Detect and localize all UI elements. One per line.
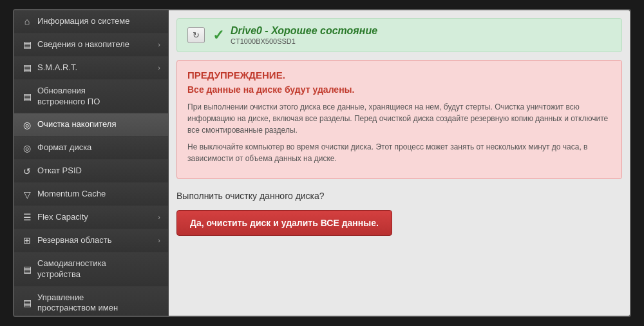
- sidebar-item-drive-info[interactable]: ▤Сведения о накопителе›: [14, 34, 168, 57]
- format-icon: ◎: [22, 143, 32, 153]
- sidebar-item-momentum[interactable]: ▽Momentum Cache: [14, 183, 168, 206]
- reserved-label: Резервная область: [37, 235, 158, 246]
- main-content: ↻ ✓ Drive0 - Хорошее состояние CT1000BX5…: [169, 10, 630, 316]
- reserved-icon: ⊞: [22, 235, 32, 245]
- sidebar-item-system-info[interactable]: ⌂Информация о системе: [14, 10, 168, 34]
- sidebar-item-namespace[interactable]: ▤Управление пространством имен: [14, 287, 168, 316]
- drive-status-bar: ↻ ✓ Drive0 - Хорошее состояние CT1000BX5…: [176, 18, 622, 52]
- warning-box: ПРЕДУПРЕЖДЕНИЕ. Все данные на диске буду…: [176, 60, 622, 179]
- sanitize-icon: ◎: [22, 120, 32, 130]
- confirm-section: Выполнить очистку данного диска? Да, очи…: [176, 188, 622, 241]
- selftest-label: Самодиагностика устройства: [37, 258, 160, 280]
- warning-title: ПРЕДУПРЕЖДЕНИЕ.: [187, 70, 611, 81]
- sidebar-item-flex[interactable]: ☰Flex Capacity›: [14, 206, 168, 229]
- system-info-icon: ⌂: [22, 16, 32, 26]
- flex-arrow-icon: ›: [158, 213, 160, 221]
- sidebar: ⌂Информация о системе▤Сведения о накопит…: [14, 10, 169, 316]
- flex-icon: ☰: [22, 212, 32, 222]
- sidebar-item-firmware[interactable]: ▤Обновления встроенного ПО: [14, 80, 168, 114]
- reserved-arrow-icon: ›: [158, 236, 160, 244]
- momentum-label: Momentum Cache: [37, 189, 160, 200]
- system-info-label: Информация о системе: [37, 16, 160, 27]
- firmware-label: Обновления встроенного ПО: [37, 86, 160, 108]
- app-container: ⌂Информация о системе▤Сведения о накопит…: [13, 9, 631, 317]
- namespace-label: Управление пространством имен: [37, 292, 160, 314]
- sidebar-item-sanitize[interactable]: ◎Очистка накопителя: [14, 113, 168, 137]
- sidebar-item-smart[interactable]: ▤S.M.A.R.T.›: [14, 57, 168, 80]
- sidebar-item-selftest[interactable]: ▤Самодиагностика устройства: [14, 253, 168, 287]
- drive-name: Drive0 - Хорошее состояние: [231, 25, 377, 37]
- smart-label: S.M.A.R.T.: [37, 62, 158, 73]
- smart-arrow-icon: ›: [158, 64, 160, 72]
- warning-paragraph-1: При выполнении очистки этого диска все д…: [187, 101, 611, 136]
- refresh-button[interactable]: ↻: [187, 27, 205, 43]
- confirm-button[interactable]: Да, очистить диск и удалить ВСЕ данные.: [176, 210, 392, 236]
- namespace-icon: ▤: [22, 298, 32, 308]
- firmware-icon: ▤: [22, 91, 32, 102]
- sidebar-item-psid[interactable]: ↺Откат PSID: [14, 160, 168, 183]
- psid-icon: ↺: [22, 166, 32, 177]
- momentum-icon: ▽: [22, 189, 32, 200]
- sanitize-label: Очистка накопителя: [37, 119, 160, 130]
- selftest-icon: ▤: [22, 264, 32, 274]
- sidebar-item-format[interactable]: ◎Формат диска: [14, 137, 168, 160]
- drive-info-arrow-icon: ›: [158, 41, 160, 48]
- warning-paragraph-2: Не выключайте компьютер во время очистки…: [187, 141, 611, 164]
- flex-label: Flex Capacity: [37, 212, 158, 223]
- confirm-question: Выполнить очистку данного диска?: [176, 191, 622, 201]
- sidebar-item-reserved[interactable]: ⊞Резервная область›: [14, 229, 168, 253]
- drive-model: CT1000BX500SSD1: [231, 37, 377, 45]
- drive-info-label: Сведения о накопителе: [37, 39, 158, 50]
- warning-subtitle: Все данные на диске будут удалены.: [187, 84, 611, 95]
- drive-info-icon: ▤: [22, 39, 32, 50]
- smart-icon: ▤: [22, 62, 32, 73]
- drive-check-icon: ✓: [213, 27, 224, 44]
- psid-label: Откат PSID: [37, 166, 160, 177]
- drive-info-block: Drive0 - Хорошее состояние CT1000BX500SS…: [231, 25, 377, 45]
- format-label: Формат диска: [37, 142, 160, 153]
